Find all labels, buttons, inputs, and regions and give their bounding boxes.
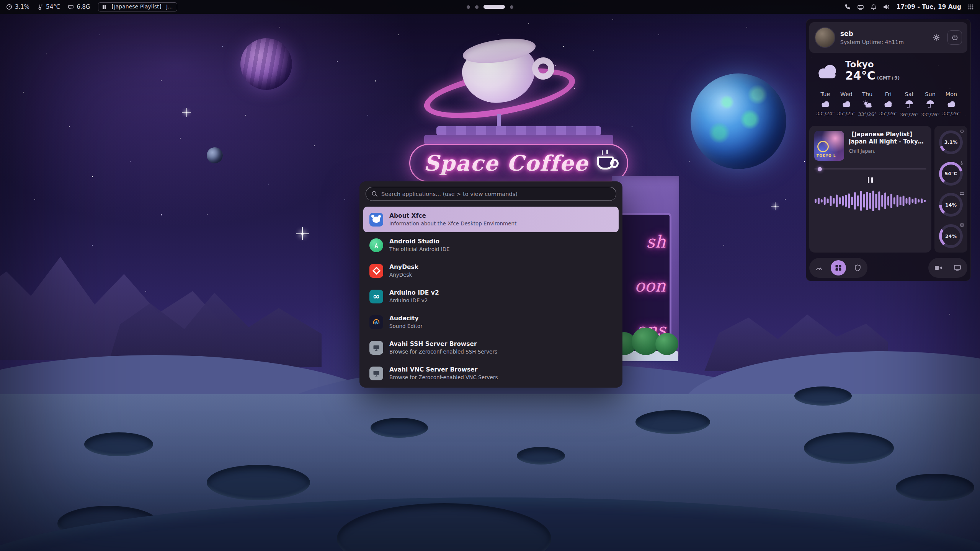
coffee-cup-icon (597, 156, 614, 170)
result-description: Browse for Zeroconf-enabled SSH Servers (389, 349, 497, 355)
forecast-day: Thu 33°/26° (858, 91, 877, 117)
forecast-temps: 33°/24° (816, 111, 835, 116)
crater (635, 410, 710, 434)
purple-planet (240, 38, 292, 90)
android-studio-icon (369, 238, 383, 252)
pause-icon (103, 5, 106, 9)
memory-value: 6.8G (77, 3, 90, 10)
track-title: 【Japanese Playlist】 Japan All Night - To… (849, 131, 926, 146)
seek-slider[interactable] (814, 167, 926, 171)
disk-gauge-value: 24% (945, 233, 957, 239)
cpu-usage-indicator[interactable]: 3.1% (6, 3, 29, 10)
power-button[interactable] (947, 30, 962, 45)
forecast-day: Sun 33°/26° (920, 91, 940, 117)
cloud-icon (883, 100, 893, 108)
result-description: Browse for Zeroconf-enabled VNC Servers (389, 374, 498, 380)
result-description: Sound Editor (389, 323, 423, 329)
forecast-temps: 36°/26° (900, 112, 919, 117)
shop-roof (424, 135, 613, 145)
forecast-day-label: Tue (821, 91, 830, 97)
forecast-day-label: Wed (840, 91, 853, 97)
temperature-gauge: 54°C (939, 162, 963, 186)
seek-track (814, 168, 926, 170)
launcher-result-android-studio[interactable]: Android Studio The official Android IDE (363, 232, 619, 258)
temperature-indicator[interactable]: 54°C (37, 3, 60, 10)
launcher-result-about-xfce[interactable]: About Xfce Information about the Xfce De… (363, 207, 619, 232)
cloud-icon (841, 100, 851, 108)
launcher-search[interactable] (366, 187, 616, 201)
track-subtitle: Chill Japan. (849, 148, 926, 154)
rain-umbrella-icon (926, 100, 935, 109)
cpu-gauge-value: 3.1% (944, 139, 958, 145)
workspace-dot-1[interactable] (467, 5, 470, 9)
seek-knob[interactable] (818, 167, 822, 171)
phone-icon[interactable] (844, 4, 851, 10)
launcher-result-arduino[interactable]: ∞ Arduino IDE v2 Arduino IDE v2 (363, 284, 619, 309)
search-input[interactable] (381, 191, 611, 197)
temperature-value: 54°C (46, 3, 60, 10)
weather-current: Tokyo 24°C(GMT+9) (813, 60, 964, 83)
workspace-dot-4[interactable] (510, 5, 513, 9)
widgets-button[interactable] (831, 260, 846, 276)
app-launcher: About Xfce Information about the Xfce De… (359, 181, 622, 388)
topbar-right-group: 17:09 - Tue, 19 Aug (844, 3, 974, 10)
network-icon[interactable] (857, 4, 864, 10)
now-playing-chip[interactable]: 【Japanese Playlist】 J... (98, 2, 178, 11)
launcher-result-avahi-vnc[interactable]: Avahi VNC Server Browser Browse for Zero… (363, 360, 619, 386)
disk-icon (960, 223, 964, 227)
cloud-icon (946, 100, 956, 108)
search-icon (371, 191, 378, 197)
display-button[interactable] (950, 260, 965, 276)
album-art-ring (817, 141, 829, 152)
crater (794, 386, 852, 406)
security-button[interactable] (850, 260, 865, 276)
gauge-icon (6, 4, 12, 10)
result-name: Android Studio (389, 238, 450, 245)
system-stats-column: 3.1% 54°C 14% 24% (934, 126, 967, 253)
forecast-temps: 33°/26° (858, 111, 877, 117)
result-name: AnyDesk (389, 264, 418, 271)
settings-button[interactable] (929, 30, 944, 45)
power-icon (952, 34, 958, 41)
widgets-grid-icon (835, 264, 842, 271)
clock[interactable]: 17:09 - Tue, 19 Aug (897, 3, 961, 10)
forecast-day: Sat 36°/26° (899, 91, 919, 117)
performance-button[interactable] (812, 260, 827, 276)
sparkle-star (186, 112, 187, 113)
audio-waveform (814, 188, 926, 214)
video-camera-icon (934, 265, 942, 271)
weather-widget: Tokyo 24°C(GMT+9) Tue 33°/24° Wed 35°/25… (809, 53, 967, 120)
user-card: seb System Uptime: 4h11m (809, 22, 967, 53)
ram-icon (68, 4, 74, 10)
screen-record-button[interactable] (931, 260, 946, 276)
avatar[interactable] (815, 27, 835, 48)
launcher-result-anydesk[interactable]: AnyDesk AnyDesk (363, 258, 619, 284)
workspace-active-pill[interactable] (483, 5, 505, 9)
launcher-result-audacity[interactable]: Audacity Sound Editor (363, 309, 619, 335)
result-description: Information about the Xfce Desktop Envir… (389, 220, 516, 227)
memory-indicator[interactable]: 6.8G (68, 3, 90, 10)
result-name: Avahi VNC Server Browser (389, 366, 498, 373)
volume-icon[interactable] (883, 4, 890, 10)
forecast-day: Mon 33°/26° (941, 91, 961, 117)
user-name: seb (840, 30, 904, 37)
memory-gauge: 14% (939, 193, 963, 217)
pause-button[interactable] (864, 175, 877, 185)
cpu-usage-value: 3.1% (15, 3, 29, 10)
neon-sign: Space Coffee (409, 144, 628, 182)
crater (517, 447, 565, 465)
result-name: Audacity (389, 315, 423, 322)
result-name: Arduino IDE v2 (389, 289, 439, 296)
weather-forecast: Tue 33°/24° Wed 35°/25° Thu 33°/26° Fri … (813, 91, 964, 117)
album-art-text: TOKYO L (817, 154, 836, 158)
bell-icon[interactable] (871, 4, 877, 10)
media-player-card: TOKYO L 【Japanese Playlist】 Japan All Ni… (809, 126, 931, 253)
forecast-day: Wed 35°/25° (836, 91, 856, 117)
capture-buttons-group (928, 258, 967, 278)
workspace-dot-2[interactable] (475, 5, 479, 9)
weather-timezone: (GMT+9) (877, 75, 900, 81)
forecast-temps: 35°/25° (837, 111, 856, 116)
sparkle-star (774, 205, 776, 207)
apps-grid-icon[interactable] (968, 4, 974, 10)
launcher-result-avahi-ssh[interactable]: Avahi SSH Server Browser Browse for Zero… (363, 335, 619, 360)
